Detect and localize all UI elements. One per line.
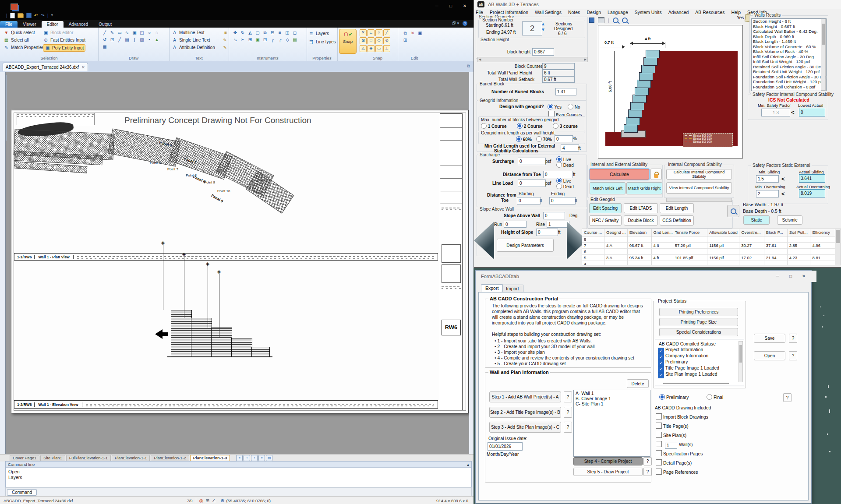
restore-doc-icon[interactable]: ⧉ (467, 63, 470, 69)
leader-icon[interactable]: ↘ (232, 37, 238, 42)
scroll-right-icon[interactable]: ▶ (584, 58, 587, 61)
block-height-field[interactable]: 0.667 (532, 48, 554, 56)
step2-help-button[interactable]: ? (564, 407, 572, 418)
geogrid-yes-radio[interactable]: Yes (548, 104, 562, 109)
static-button[interactable]: Static (743, 215, 770, 225)
block-insert-icon[interactable]: ▣ (131, 30, 138, 35)
form-close-button[interactable]: ✕ (797, 271, 810, 281)
issue-date-field[interactable]: 01/01/2026 (488, 442, 523, 451)
final-radio[interactable]: Final (707, 394, 723, 400)
panel-height-field[interactable]: 6 ft (542, 70, 575, 76)
pct70-radio[interactable]: 70% (536, 136, 552, 142)
step2-button[interactable]: Step 2 - Add Title Page Image(s) - B (489, 407, 561, 418)
chk-import-block-drawings[interactable]: Import Block Drawings (656, 413, 708, 419)
sheet-tab[interactable]: Cover Page1 (10, 455, 39, 461)
add-icon[interactable]: ⊞ (402, 37, 408, 43)
print-icon[interactable] (598, 17, 604, 23)
collapse-panel-icon[interactable]: ▴ (467, 462, 469, 467)
status-grid-icon[interactable]: ⊞ (205, 498, 209, 503)
command-history[interactable]: OpenLayers (6, 468, 471, 482)
chamfer-icon[interactable]: ╭ (277, 37, 283, 42)
design-parameters-button[interactable]: Design Parameters (497, 239, 554, 252)
double-block-button[interactable]: Double Block (624, 215, 658, 226)
surcharge-live-radio[interactable]: Live (556, 156, 571, 162)
course2-radio[interactable]: 2 Course (517, 123, 543, 129)
calculate-button[interactable]: Calculate (590, 169, 649, 180)
curve-icon[interactable]: ∫ (131, 37, 138, 42)
snap-nearest-icon[interactable]: ╱ (383, 29, 390, 36)
snap-node-icon[interactable]: □ (367, 37, 375, 44)
zoom-out-icon[interactable] (622, 18, 628, 23)
step4-help-button[interactable]: ? (643, 457, 652, 465)
even-courses-checkbox[interactable]: Even Courses (548, 111, 582, 117)
tab-editor[interactable]: Editor (42, 21, 64, 28)
snap-midpoint-icon[interactable]: △ (360, 45, 367, 52)
magnifier-button[interactable] (727, 205, 739, 217)
line-types-button[interactable]: ⇶Line types (308, 39, 336, 45)
region-icon[interactable]: ◳ (139, 30, 145, 35)
sheet-tab[interactable]: FullPlanElevation-1-1 (66, 455, 111, 461)
nfc-gravity-button[interactable]: NFC / Gravity (589, 215, 622, 226)
pct-field[interactable]: 0 (555, 135, 573, 142)
geogrid-no-radio[interactable]: No (568, 104, 580, 109)
last-sheet-icon[interactable]: » (258, 455, 265, 461)
point-icon[interactable]: • (146, 37, 152, 42)
surcharge-field[interactable]: 0 (518, 158, 546, 165)
section-number-field[interactable]: 2 (522, 21, 542, 35)
side-tab-properties[interactable]: Properties (5, 75, 7, 111)
circle-icon[interactable]: ○ (146, 30, 152, 35)
snap-tangent-icon[interactable]: ⊘ (383, 37, 390, 44)
prev-sheet-icon[interactable]: ‹ (244, 455, 250, 461)
snap-perpendicular-icon[interactable]: ∟ (367, 29, 375, 36)
step1-help-button[interactable]: ? (564, 391, 572, 402)
delete-icon[interactable]: ✕ (410, 30, 416, 36)
project-listbox[interactable]: A- Wall 1B- Cover Image 1C- Site Plan 1 (573, 390, 650, 457)
project-list-item[interactable]: C- Site Plan 1 (576, 402, 648, 407)
match-properties-button[interactable]: ✎Match Properties (4, 44, 44, 51)
block-courses-field[interactable]: 9 (542, 63, 575, 70)
distance-toe-field[interactable]: 0 (543, 171, 573, 178)
actual-overturning-field[interactable]: 8.019 (799, 189, 825, 197)
table-row[interactable]: 53 A95.34 ft4 ft101.85 plf1156 plf17.022… (582, 255, 835, 261)
multiline-text-button[interactable]: AMultiline Text≡ (172, 29, 227, 36)
poly-entity-button[interactable]: ▣Poly Entity Input (43, 44, 85, 52)
menu-item[interactable]: System Units (635, 10, 662, 15)
form-maximize-button[interactable]: □ (784, 271, 797, 281)
undo-icon[interactable]: ↶ (34, 13, 38, 18)
attribute-definition-button[interactable]: AAttribute Definition✎ (172, 44, 227, 51)
delete-button[interactable]: Delete (627, 379, 649, 388)
next-sheet-icon[interactable]: › (251, 455, 258, 461)
close-document-icon[interactable]: ✕ (81, 65, 85, 70)
line-dead-radio[interactable]: Dead (556, 183, 574, 189)
table-icon[interactable]: ▦ (102, 44, 108, 49)
wall-count-field[interactable]: 1 (665, 443, 677, 449)
join-icon[interactable]: ⊞ (247, 37, 253, 42)
explode-icon[interactable]: ▣ (254, 37, 261, 42)
course3-radio[interactable]: 3 course (553, 123, 578, 129)
geogrid-table[interactable]: Course ...Geogrid ...ElevationGrid Len..… (582, 229, 836, 265)
trim-icon[interactable]: ✂ (240, 37, 246, 42)
menu-item[interactable]: Wall Settings (535, 10, 562, 15)
qat-dropdown-icon[interactable]: ▾ (51, 14, 53, 17)
tab-viewer[interactable]: Viewer (18, 21, 41, 28)
min-overturning-field[interactable]: 2 (756, 190, 779, 197)
snap-mode-icons[interactable]: ✕∟○╱ ⊠□◇⊘ △◈▭⊥ (360, 29, 396, 52)
spin-up-icon[interactable]: ▲ (541, 21, 545, 26)
save-diagram-icon[interactable] (589, 18, 594, 23)
match-grids-right-button[interactable]: Match Grids Right (626, 182, 662, 194)
table-row[interactable]: 8 (582, 236, 835, 243)
step3-help-button[interactable]: ? (564, 422, 572, 433)
view-ics-button[interactable]: View Internal Compound Stability (666, 182, 732, 194)
seismic-button[interactable]: Seismic (777, 215, 802, 225)
slope-field[interactable]: 0 (543, 212, 565, 219)
preliminary-radio[interactable]: Preliminary (659, 394, 689, 400)
project-list-item[interactable]: B- Cover Image 1 (576, 396, 648, 402)
tab-advanced[interactable]: Advanced (64, 21, 93, 28)
edit-ltads-button[interactable]: Edit LTADS (624, 203, 658, 213)
move-icon[interactable]: ✥ (232, 30, 238, 35)
printing-page-size-button[interactable]: Printing Page Size (659, 318, 738, 326)
ribbon-corner-icons[interactable]: 🗗 ▾? (452, 21, 467, 26)
tab-file[interactable]: File (0, 21, 18, 28)
status-ortho-icon[interactable]: ∠ (212, 498, 216, 503)
line-load-field[interactable]: 0 (518, 180, 546, 187)
